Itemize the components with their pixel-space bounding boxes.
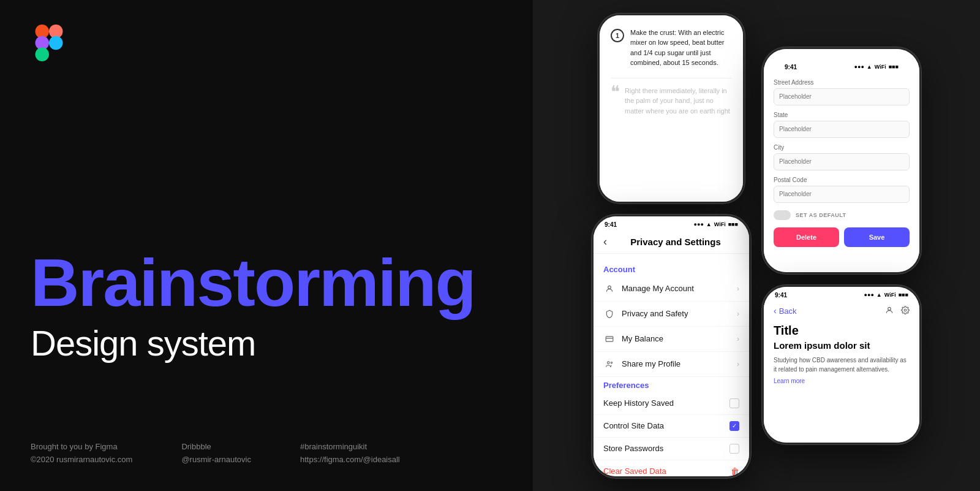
status-icons: ●●● ▲ WiFi ■■■ [694, 221, 738, 227]
phones-right-column: 9:41 ●●●▲WiFi■■■ Street Address State Ci… [762, 47, 921, 444]
left-section: Brainstorming Design system Brought to y… [0, 0, 533, 491]
city-input[interactable] [774, 153, 910, 170]
footer-figma-link: #brainstorminguikit https://figma.com/@i… [300, 441, 400, 466]
store-passwords-label: Store Passwords [603, 444, 729, 453]
settings-nav-title: Privacy and Settings [612, 237, 739, 247]
set-default-label: SET AS DEFAULT [796, 212, 846, 218]
article-status-time: 9:41 [775, 292, 787, 299]
back-label: Back [779, 306, 797, 316]
settings-gear-icon[interactable] [901, 306, 910, 316]
back-button[interactable]: ‹ Back [774, 306, 797, 316]
site-data-checkbox[interactable]: ✓ [729, 421, 739, 431]
svg-point-8 [608, 361, 610, 363]
settings-nav: ‹ Privacy and Settings [594, 230, 749, 254]
footer: Brought to you by Figma ©2020 rusmirarna… [31, 416, 502, 466]
main-title: Brainstorming [31, 249, 502, 316]
street-address-label: Street Address [774, 79, 910, 86]
settings-item-history[interactable]: Keep History Saved [594, 392, 749, 415]
settings-item-share-profile[interactable]: Share my Profile › [594, 352, 749, 377]
set-default-row: SET AS DEFAULT [774, 210, 910, 220]
svg-point-9 [611, 362, 612, 363]
postal-code-label: Postal Code [774, 177, 910, 183]
share-person-icon [603, 358, 616, 370]
shield-icon [603, 308, 616, 320]
quote-text: Right there immediately, literally in th… [625, 86, 732, 116]
article-nav: ‹ Back [764, 301, 919, 321]
settings-item-balance[interactable]: My Balance › [594, 327, 749, 352]
history-checkbox[interactable] [729, 398, 739, 408]
chevron-icon: › [737, 360, 739, 368]
status-time: 9:41 [605, 221, 617, 228]
settings-item-account[interactable]: Manage My Account › [594, 276, 749, 302]
form-status-time: 9:41 [785, 64, 797, 70]
article-page-title: Title [774, 324, 910, 338]
share-profile-label: Share my Profile [622, 359, 737, 368]
svg-rect-4 [36, 48, 50, 62]
step-number: 1 [611, 29, 624, 42]
manage-account-label: Manage My Account [622, 284, 737, 293]
state-input[interactable] [774, 121, 910, 138]
city-label: City [774, 144, 910, 151]
settings-item-site-data[interactable]: Control Site Data ✓ [594, 415, 749, 438]
form-buttons: Delete Save [774, 227, 910, 247]
article-content: Title Lorem ipsum dolor sit Studying how… [764, 321, 919, 387]
article-status-bar: 9:41 ●●●▲WiFi■■■ [764, 287, 919, 301]
subtitle: Design system [31, 322, 502, 363]
article-subtitle: Lorem ipsum dolor sit [774, 340, 910, 351]
svg-point-3 [49, 36, 63, 50]
control-site-data-label: Control Site Data [603, 421, 729, 430]
set-default-toggle[interactable] [774, 210, 791, 220]
form-status-icons: ●●●▲WiFi■■■ [854, 64, 899, 70]
back-arrow-icon[interactable]: ‹ [603, 235, 607, 248]
phone-settings: 9:41 ●●● ▲ WiFi ■■■ ‹ Privacy and Settin… [592, 215, 751, 478]
svg-point-5 [608, 286, 611, 289]
svg-point-11 [904, 309, 907, 311]
footer-dribbble: Dribbble @rusmir-arnautovic [181, 441, 251, 466]
article-learn-more-link[interactable]: Learn more [774, 378, 910, 384]
phone-recipe: 1 Make the crust: With an electric mixer… [598, 13, 745, 204]
card-icon [603, 333, 616, 345]
person-icon[interactable] [885, 306, 894, 316]
keep-history-label: Keep History Saved [603, 398, 729, 408]
right-section: 1 Make the crust: With an electric mixer… [533, 0, 980, 491]
street-address-input[interactable] [774, 88, 910, 105]
privacy-safety-label: Privacy and Safety [622, 309, 737, 318]
figma-logo [31, 25, 67, 61]
postal-code-input[interactable] [774, 186, 910, 203]
article-body: Studying how CBD awareness and availabil… [774, 356, 910, 374]
clear-saved-data-label: Clear Saved Data [603, 466, 731, 476]
person-icon [603, 283, 616, 295]
delete-button[interactable]: Delete [774, 227, 839, 247]
article-action-icons [885, 306, 910, 316]
form-status-bar: 9:41 ●●●▲WiFi■■■ [774, 59, 910, 73]
settings-item-privacy[interactable]: Privacy and Safety › [594, 302, 749, 327]
status-bar: 9:41 ●●● ▲ WiFi ■■■ [594, 216, 749, 230]
save-button[interactable]: Save [844, 227, 910, 247]
phone-article: 9:41 ●●●▲WiFi■■■ ‹ Back [762, 285, 921, 444]
article-status-icons: ●●●▲WiFi■■■ [864, 292, 908, 298]
chevron-icon: › [737, 310, 739, 318]
preferences-section-label: Preferences [594, 377, 749, 392]
svg-rect-6 [606, 336, 613, 341]
quote-marks: ❝ [611, 83, 620, 116]
phone-address-form: 9:41 ●●●▲WiFi■■■ Street Address State Ci… [762, 47, 921, 274]
footer-figma: Brought to you by Figma ©2020 rusmirarna… [31, 441, 132, 466]
recipe-text: Make the crust: With an electric mixer o… [630, 28, 732, 68]
trash-icon: 🗑 [731, 466, 739, 476]
chevron-icon: › [737, 284, 739, 293]
back-chevron-icon: ‹ [774, 306, 777, 316]
chevron-icon: › [737, 335, 739, 343]
settings-item-clear-data[interactable]: Clear Saved Data 🗑 [594, 460, 749, 476]
phones-left-column: 1 Make the crust: With an electric mixer… [592, 13, 751, 478]
state-label: State [774, 112, 910, 118]
account-section-label: Account [594, 261, 749, 276]
my-balance-label: My Balance [622, 334, 737, 343]
svg-point-10 [888, 307, 891, 310]
settings-item-passwords[interactable]: Store Passwords [594, 438, 749, 460]
passwords-checkbox[interactable] [729, 444, 739, 454]
